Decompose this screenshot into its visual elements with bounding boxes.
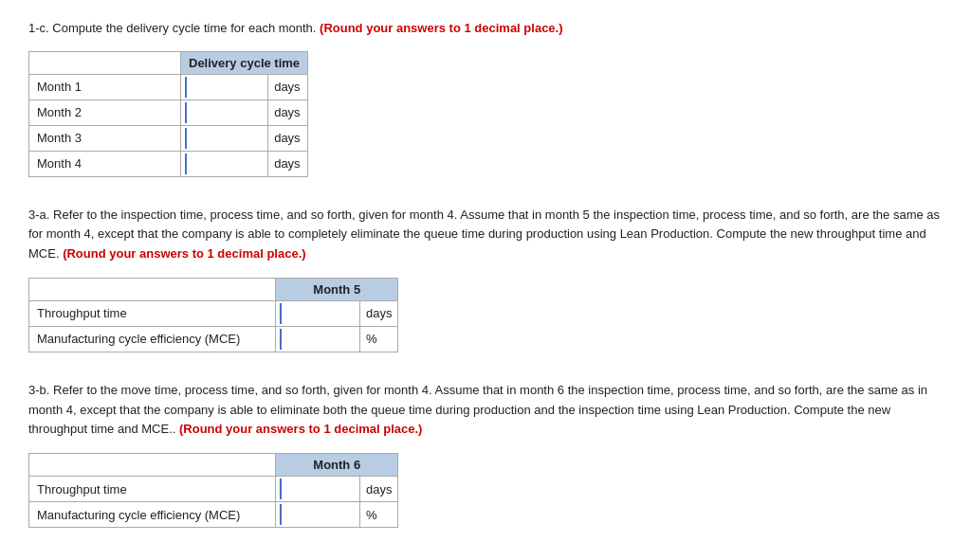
month-label: Month 2 xyxy=(29,99,181,125)
delivery-input-3[interactable] xyxy=(185,128,261,149)
section1c-table-wrapper: Delivery cycle time Month 1 days Month 2… xyxy=(28,51,943,177)
input-3a-1[interactable] xyxy=(280,329,356,350)
delivery-input-2[interactable] xyxy=(185,102,261,123)
row-label-3a-0: Throughput time xyxy=(29,300,276,326)
unit-3b-1: % xyxy=(360,502,398,528)
input-cell-3a-0[interactable] xyxy=(276,300,360,326)
table-row: Throughput time days xyxy=(29,300,398,326)
table-row: Manufacturing cycle efficiency (MCE) % xyxy=(29,502,398,528)
unit-label: days xyxy=(268,74,308,99)
table-row: Month 2 days xyxy=(29,99,308,125)
row-label-3a-1: Manufacturing cycle efficiency (MCE) xyxy=(29,326,276,352)
section3b-month6-header: Month 6 xyxy=(276,454,398,477)
section1c-col-month xyxy=(29,51,181,74)
section1c-table: Delivery cycle time Month 1 days Month 2… xyxy=(28,51,308,177)
section1c-col-delivery: Delivery cycle time xyxy=(181,51,308,74)
unit-3b-0: days xyxy=(360,477,398,502)
section3a-instruction: 3-a. Refer to the inspection time, proce… xyxy=(28,206,943,264)
delivery-input-cell[interactable] xyxy=(181,99,268,125)
delivery-input-1[interactable] xyxy=(185,77,261,98)
input-3a-0[interactable] xyxy=(280,303,356,324)
section1c-instruction: 1-c. Compute the delivery cycle time for… xyxy=(28,19,943,38)
section3a-table-wrapper: Month 5 Throughput time days Manufacturi… xyxy=(28,278,943,352)
row-label-3b-0: Throughput time xyxy=(29,477,276,502)
row-label-3b-1: Manufacturing cycle efficiency (MCE) xyxy=(29,502,276,528)
table-row: Throughput time days xyxy=(29,477,398,502)
delivery-input-cell[interactable] xyxy=(181,151,268,176)
input-cell-3b-1[interactable] xyxy=(276,502,360,528)
input-3b-0[interactable] xyxy=(280,479,356,499)
unit-label: days xyxy=(268,99,308,125)
delivery-input-cell[interactable] xyxy=(181,74,268,99)
section3b-instruction: 3-b. Refer to the move time, process tim… xyxy=(28,381,943,440)
unit-3a-1: % xyxy=(360,326,398,352)
section3a-table: Month 5 Throughput time days Manufacturi… xyxy=(28,278,398,352)
table-row: Manufacturing cycle efficiency (MCE) % xyxy=(29,326,398,352)
table-row: Month 3 days xyxy=(29,125,308,151)
instruction-highlight: (Round your answers to 1 decimal place.) xyxy=(320,21,562,35)
section3a-highlight: (Round your answers to 1 decimal place.) xyxy=(63,246,305,261)
section3b-text: 3-b. Refer to the move time, process tim… xyxy=(28,383,927,437)
instruction-text: 1-c. Compute the delivery cycle time for… xyxy=(28,21,320,35)
section3b-table: Month 6 Throughput time days Manufacturi… xyxy=(28,453,398,528)
table-row: Month 1 days xyxy=(29,74,308,99)
section3b-empty-header xyxy=(29,454,276,477)
section3b-table-wrapper: Month 6 Throughput time days Manufacturi… xyxy=(28,453,943,528)
section3a-empty-header xyxy=(29,278,276,300)
input-cell-3a-1[interactable] xyxy=(276,326,360,352)
delivery-input-cell[interactable] xyxy=(181,125,268,151)
input-3b-1[interactable] xyxy=(280,504,356,525)
unit-label: days xyxy=(268,125,308,151)
table-row: Month 4 days xyxy=(29,151,308,176)
unit-3a-0: days xyxy=(360,300,398,326)
section3b-highlight: (Round your answers to 1 decimal place.) xyxy=(179,422,422,436)
month-label: Month 3 xyxy=(29,125,181,151)
section3a-month5-header: Month 5 xyxy=(276,278,398,300)
month-label: Month 4 xyxy=(29,151,181,176)
month-label: Month 1 xyxy=(29,74,181,99)
unit-label: days xyxy=(268,151,308,176)
input-cell-3b-0[interactable] xyxy=(276,477,360,502)
delivery-input-4[interactable] xyxy=(185,154,261,174)
